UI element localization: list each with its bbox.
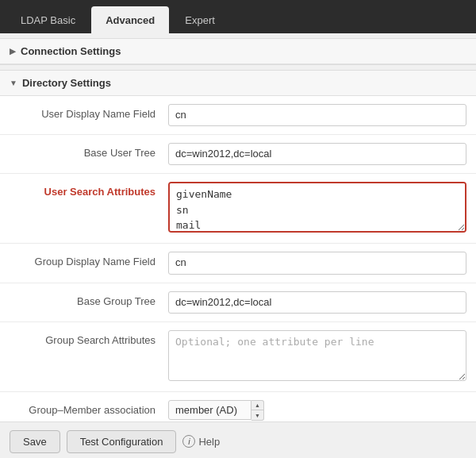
connection-arrow-icon: ▶ (10, 47, 16, 56)
stepper-button[interactable]: ▲ ▼ (251, 400, 264, 421)
base-user-tree-label: Base User Tree (10, 143, 168, 160)
group-display-name-wrap (168, 252, 466, 274)
group-member-association-label: Group–Member association (10, 400, 168, 418)
help-label: Help (198, 436, 220, 448)
directory-settings-section: ▼ Directory Settings User Display Name F… (0, 70, 476, 429)
base-user-tree-input[interactable] (168, 143, 466, 165)
group-display-name-label: Group Display Name Field (10, 252, 168, 269)
help-icon: i (182, 435, 195, 448)
connection-settings-title: Connection Settings (21, 45, 121, 57)
user-display-name-input[interactable] (168, 104, 466, 126)
directory-settings-title: Directory Settings (22, 77, 111, 89)
connection-settings-header[interactable]: ▶ Connection Settings (0, 39, 476, 64)
group-search-attributes-label: Group Search Attributes (10, 330, 168, 348)
user-display-name-row: User Display Name Field (0, 96, 476, 135)
group-display-name-input[interactable] (168, 252, 466, 274)
user-search-attributes-row: User Search Attributes givenName sn mail (0, 174, 476, 244)
directory-settings-header[interactable]: ▼ Directory Settings (0, 71, 476, 96)
bottom-bar: Save Test Configuration i Help (0, 421, 476, 458)
content-area: ▶ Connection Settings ▼ Directory Settin… (0, 38, 476, 458)
user-display-name-wrap (168, 104, 466, 126)
base-group-tree-input[interactable] (168, 291, 466, 314)
user-search-attributes-label: User Search Attributes (10, 182, 168, 199)
stepper-down-icon: ▼ (251, 410, 263, 420)
base-user-tree-wrap (168, 143, 466, 165)
tab-ldap-basic[interactable]: LDAP Basic (6, 6, 90, 33)
save-button[interactable]: Save (10, 430, 60, 453)
base-group-tree-label: Base Group Tree (10, 291, 168, 309)
directory-settings-body: User Display Name Field Base User Tree U… (0, 96, 476, 429)
tab-bar: LDAP Basic Advanced Expert (0, 0, 476, 33)
connection-settings-section: ▶ Connection Settings (0, 38, 476, 65)
help-link[interactable]: i Help (182, 435, 220, 448)
user-display-name-label: User Display Name Field (10, 104, 168, 121)
tab-expert[interactable]: Expert (171, 6, 229, 33)
group-member-association-wrap: member (AD) uniqueMember memberUid ▲ ▼ (168, 400, 466, 421)
group-member-association-select[interactable]: member (AD) uniqueMember memberUid (168, 400, 251, 420)
base-group-tree-row: Base Group Tree (0, 283, 476, 322)
test-configuration-button[interactable]: Test Configuration (67, 430, 177, 453)
base-group-tree-wrap (168, 291, 466, 314)
group-search-attributes-row: Group Search Attributes (0, 322, 476, 392)
group-search-attributes-textarea[interactable] (168, 330, 466, 381)
directory-arrow-icon: ▼ (10, 79, 17, 87)
group-display-name-row: Group Display Name Field (0, 244, 476, 283)
group-search-attributes-wrap (168, 330, 466, 383)
user-search-attributes-textarea[interactable]: givenName sn mail (168, 182, 466, 233)
tab-advanced[interactable]: Advanced (91, 6, 169, 33)
stepper-up-icon: ▲ (251, 401, 263, 411)
select-wrap: member (AD) uniqueMember memberUid ▲ ▼ (168, 400, 466, 421)
user-search-attributes-wrap: givenName sn mail (168, 182, 466, 235)
base-user-tree-row: Base User Tree (0, 135, 476, 174)
